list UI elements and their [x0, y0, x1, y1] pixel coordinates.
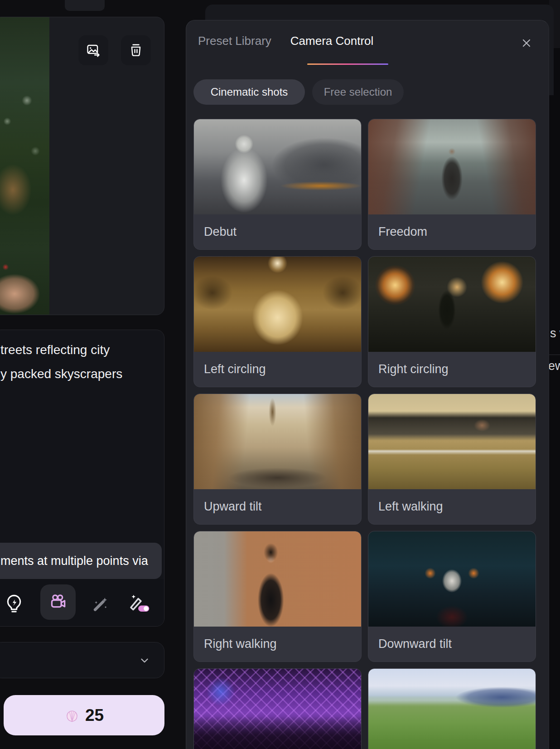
prompt-text-line: y packed skyscrapers: [0, 367, 122, 381]
close-icon: [521, 37, 532, 49]
movie-camera-icon: [48, 592, 68, 612]
preset-card[interactable]: [368, 668, 536, 749]
preset-label: Right circling: [368, 352, 536, 387]
preset-card[interactable]: Right walking: [193, 531, 362, 662]
uploaded-frame-image: [0, 17, 49, 315]
inspiration-button[interactable]: [3, 593, 25, 614]
filter-free-selection[interactable]: Free selection: [312, 79, 404, 105]
background-page-strip: [549, 0, 560, 749]
replace-image-icon: [86, 43, 101, 58]
frame-upload-card: [0, 17, 164, 315]
camera-control-modal: Preset Library Camera Control Cinematic …: [186, 20, 549, 749]
preset-thumbnail: [194, 257, 361, 352]
preset-label: Left walking: [368, 489, 536, 524]
preset-card[interactable]: Downward tilt: [368, 531, 536, 662]
preset-label: Freedom: [368, 214, 536, 249]
preset-thumbnail: [368, 257, 536, 352]
divider: [549, 355, 560, 355]
tab-camera-control[interactable]: Camera Control: [290, 34, 374, 48]
credit-cost: 25: [85, 706, 104, 725]
preset-label: Downward tilt: [368, 627, 536, 661]
shot-type-filters: Cinematic shots Free selection: [193, 79, 404, 105]
magic-wand-icon: [90, 593, 110, 613]
preset-card[interactable]: Right circling: [368, 256, 536, 387]
preset-thumbnail: [368, 119, 536, 214]
close-button[interactable]: [519, 36, 534, 50]
chevron-down-icon: [139, 655, 150, 666]
preset-card[interactable]: Upward tilt: [193, 394, 362, 525]
active-tab-underline: [307, 63, 388, 65]
preset-card[interactable]: Left circling: [193, 256, 362, 387]
background-text-fragment: s w: [550, 326, 560, 340]
background-text-fragment: ew: [548, 359, 560, 373]
preset-thumbnail: [368, 394, 536, 489]
preset-thumbnail: [368, 669, 536, 749]
tab-preset-library[interactable]: Preset Library: [198, 34, 271, 48]
auto-enhance-toggle-button[interactable]: [126, 591, 152, 615]
preset-thumbnail: [368, 531, 536, 627]
preset-thumbnail: [194, 531, 361, 627]
replace-image-button[interactable]: [78, 35, 108, 65]
prompt-editor-panel[interactable]: treets reflecting city y packed skyscrap…: [0, 330, 164, 627]
prompt-suggestion-chip[interactable]: ments at multiple points via: [0, 543, 162, 579]
delete-image-button[interactable]: [121, 35, 151, 65]
modal-tabs: Preset Library Camera Control: [198, 34, 373, 48]
preset-card[interactable]: Freedom: [368, 119, 536, 250]
preset-label: Left circling: [194, 352, 361, 387]
preset-grid: Debut Freedom Left circling Right circli…: [193, 119, 536, 749]
preset-label: Debut: [194, 214, 361, 249]
trash-icon: [128, 43, 144, 58]
filter-cinematic-shots[interactable]: Cinematic shots: [193, 79, 305, 105]
preset-card[interactable]: [193, 668, 362, 749]
shell-credit-icon: [64, 708, 80, 723]
lightbulb-bolt-icon: [4, 593, 24, 614]
preset-label: Right walking: [194, 627, 361, 661]
preset-label: Upward tilt: [194, 489, 361, 524]
suggestion-text: ments at multiple points via: [0, 554, 148, 568]
preset-thumbnail: [194, 119, 361, 214]
pen-toggle-icon: [126, 592, 151, 614]
preset-thumbnail: [194, 669, 361, 749]
app-window: s w ew treets reflecting city y packed s…: [0, 0, 560, 749]
preset-card[interactable]: Left walking: [368, 394, 536, 525]
camera-control-button[interactable]: [40, 584, 76, 620]
magic-wand-button[interactable]: [89, 593, 111, 614]
preset-thumbnail: [194, 394, 361, 489]
prompt-toolbar: [0, 579, 164, 627]
background-shape: [65, 0, 105, 11]
prompt-text-line: treets reflecting city: [0, 343, 110, 357]
preset-card[interactable]: Debut: [193, 119, 362, 250]
settings-dropdown[interactable]: [0, 642, 164, 678]
generate-button[interactable]: 25: [4, 695, 164, 735]
